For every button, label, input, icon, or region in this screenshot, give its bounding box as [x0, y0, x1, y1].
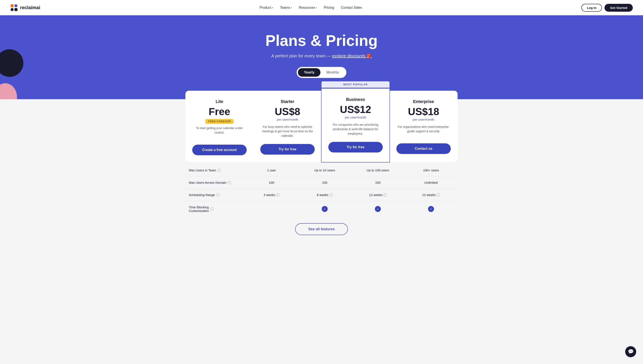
- feature-label-scheduling-range: Scheduling Range i: [185, 189, 245, 201]
- feature-label-max-users-domain: Max Users Across Domain i: [185, 176, 245, 188]
- explore-discounts-link[interactable]: explore discounts 🎒: [332, 54, 372, 58]
- plan-enterprise-desc: For organizations who need enterprise-gr…: [396, 125, 451, 138]
- check-icon: ✓: [428, 206, 434, 212]
- info-icon[interactable]: i: [210, 207, 214, 211]
- billing-monthly[interactable]: Monthly: [320, 68, 345, 77]
- svg-rect-1: [11, 8, 14, 11]
- plan-starter-desc: For busy teams who need to optimize meet…: [260, 125, 315, 138]
- feature-row-max-users-team: Max Users in Team i 1 user Up to 10 user…: [185, 164, 458, 176]
- features-table: Max Users in Team i 1 user Up to 10 user…: [185, 164, 458, 217]
- plans-container: Lite Free FREE FOREVER To start getting …: [185, 91, 458, 162]
- page-title: Plans & Pricing: [10, 32, 633, 49]
- nav-resources[interactable]: Resources ▾: [299, 6, 317, 10]
- feature-value-lite-max-users-domain: 100: [245, 176, 298, 188]
- plan-business-period: per user/month: [328, 116, 383, 119]
- plan-lite-badge: FREE FOREVER: [205, 119, 233, 124]
- feature-row-scheduling-range: Scheduling Range i 3 weeks i 8 weeks i 1…: [185, 189, 458, 201]
- info-icon[interactable]: i: [228, 181, 231, 184]
- plan-starter-price: US$8: [260, 106, 315, 117]
- feature-value-starter-max-users-team: Up to 10 users: [298, 164, 351, 176]
- feature-value-lite-scheduling: 3 weeks i: [245, 189, 298, 201]
- plan-business: MOST POPULAR Business US$12 per user/mon…: [321, 88, 389, 162]
- plan-starter-name: Starter: [260, 99, 315, 104]
- nav-links: Product ▾ Teams ▾ Resources ▾ Pricing Co…: [260, 6, 362, 10]
- info-icon[interactable]: i: [437, 193, 440, 197]
- info-icon[interactable]: i: [329, 193, 333, 197]
- plan-enterprise-price: US$18: [396, 106, 451, 117]
- feature-value-enterprise-max-users-domain: Unlimited: [404, 176, 458, 188]
- plan-starter-cta[interactable]: Try for free: [260, 144, 315, 154]
- plan-business-cta[interactable]: Try for free: [328, 142, 383, 152]
- billing-yearly[interactable]: Yearly: [298, 68, 320, 77]
- deco-circle-pink: [0, 83, 17, 99]
- plan-enterprise-cta[interactable]: Contact us: [396, 143, 451, 154]
- navbar: reclaimai Product ▾ Teams ▾ Resources ▾ …: [0, 0, 643, 15]
- billing-toggle: Yearly Monthly: [297, 67, 346, 78]
- feature-value-enterprise-max-users-team: 100+ users: [404, 164, 458, 176]
- feature-value-enterprise-scheduling: 12 weeks i: [404, 189, 458, 201]
- plan-enterprise-period: per user/month: [396, 118, 451, 121]
- plan-lite-name: Lite: [192, 99, 247, 104]
- feature-value-business-max-users-domain: 100: [351, 176, 404, 188]
- pricing-section: Lite Free FREE FOREVER To start getting …: [0, 99, 643, 260]
- feature-value-business-time-blocking: ✓: [351, 202, 404, 216]
- nav-contact-sales[interactable]: Contact Sales: [341, 6, 362, 10]
- feature-value-lite-time-blocking: [245, 205, 298, 213]
- info-icon[interactable]: i: [383, 193, 387, 197]
- plan-business-price: US$12: [328, 104, 383, 115]
- svg-rect-0: [11, 4, 14, 7]
- feature-value-starter-scheduling: 8 weeks i: [298, 189, 351, 201]
- svg-rect-2: [15, 4, 18, 7]
- nav-teams[interactable]: Teams ▾: [280, 6, 292, 10]
- info-icon[interactable]: i: [217, 168, 221, 172]
- feature-value-business-scheduling: 12 weeks i: [351, 189, 404, 201]
- feature-row-max-users-domain: Max Users Across Domain i 100 100 100 Un…: [185, 176, 458, 189]
- feature-row-time-blocking: Time BlockingCustomization i ✓ ✓ ✓: [185, 201, 458, 217]
- info-icon[interactable]: i: [276, 193, 280, 197]
- see-all-features-section: See all features: [10, 219, 633, 244]
- plan-lite-desc: To start getting your calendar under con…: [192, 126, 247, 139]
- nav-product[interactable]: Product ▾: [260, 6, 273, 10]
- feature-label-time-blocking: Time BlockingCustomization i: [185, 201, 245, 217]
- plan-lite: Lite Free FREE FOREVER To start getting …: [185, 91, 254, 162]
- check-icon: ✓: [375, 206, 381, 212]
- hero-subtitle: A perfect plan for every team — explore …: [10, 53, 633, 58]
- login-button[interactable]: Log In: [581, 4, 602, 12]
- chevron-down-icon: ▾: [272, 6, 273, 9]
- nav-pricing[interactable]: Pricing: [324, 6, 334, 10]
- plan-lite-cta[interactable]: Create a free account: [192, 144, 247, 155]
- feature-label-max-users-team: Max Users in Team i: [185, 164, 245, 176]
- check-icon: ✓: [322, 206, 328, 212]
- see-all-features-button[interactable]: See all features: [295, 223, 348, 235]
- feature-value-business-max-users-team: Up to 100 users: [351, 164, 404, 176]
- svg-rect-3: [15, 8, 18, 11]
- plan-starter-period: per user/month: [260, 118, 315, 121]
- plan-enterprise: Enterprise US$18 per user/month For orga…: [389, 91, 458, 162]
- chevron-down-icon: ▾: [291, 6, 292, 9]
- feature-value-starter-max-users-domain: 100: [298, 176, 351, 188]
- chevron-down-icon: ▾: [316, 6, 317, 9]
- plan-lite-price: Free: [192, 106, 247, 117]
- info-icon[interactable]: i: [216, 193, 220, 197]
- plan-starter: Starter US$8 per user/month For busy tea…: [254, 91, 321, 162]
- nav-actions: Log In Get Started: [581, 4, 633, 12]
- logo-text: reclaimai: [20, 5, 40, 10]
- most-popular-badge: MOST POPULAR: [321, 81, 390, 88]
- feature-value-enterprise-time-blocking: ✓: [404, 202, 458, 216]
- feature-value-starter-time-blocking: ✓: [298, 202, 351, 216]
- get-started-button[interactable]: Get Started: [604, 4, 633, 12]
- plan-business-desc: For companies who are prioritizing produ…: [328, 122, 383, 136]
- plan-business-name: Business: [328, 97, 383, 102]
- feature-value-lite-max-users-team: 1 user: [245, 164, 298, 176]
- logo[interactable]: reclaimai: [10, 4, 40, 12]
- plan-enterprise-name: Enterprise: [396, 99, 451, 104]
